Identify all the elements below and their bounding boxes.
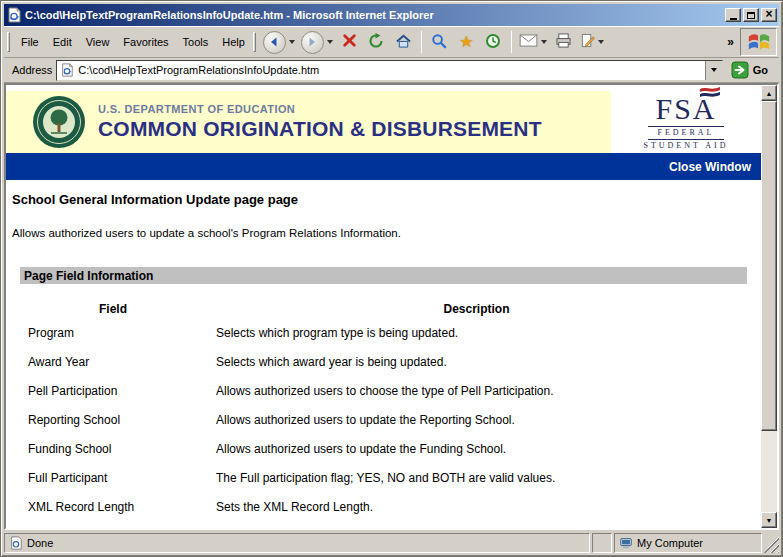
field-cell: Pell Participation bbox=[20, 376, 206, 405]
application-title: COMMON ORIGINATION & DISBURSEMENT bbox=[98, 117, 542, 141]
close-button[interactable]: × bbox=[761, 8, 777, 22]
page-title: School General Information Update page p… bbox=[12, 192, 761, 207]
back-button[interactable] bbox=[260, 29, 298, 56]
toolbar-separator bbox=[511, 31, 512, 53]
stop-button[interactable] bbox=[336, 29, 363, 56]
fsa-federal-label: FEDERAL bbox=[658, 128, 715, 137]
forward-button[interactable] bbox=[298, 29, 336, 56]
status-page-icon bbox=[9, 536, 23, 550]
page-intro: Allows authorized users to update a scho… bbox=[12, 227, 761, 239]
search-icon bbox=[431, 33, 447, 52]
menu-view[interactable]: View bbox=[79, 32, 117, 52]
address-label: Address bbox=[7, 64, 52, 76]
table-row: Reporting School Allows authorized users… bbox=[20, 405, 747, 434]
edit-button[interactable] bbox=[577, 29, 607, 56]
window-resize-grip[interactable] bbox=[764, 533, 779, 553]
description-cell: Selects which program type is being upda… bbox=[206, 318, 747, 347]
address-page-icon bbox=[60, 63, 74, 77]
address-input[interactable] bbox=[78, 61, 704, 80]
close-window-link[interactable]: Close Window bbox=[669, 160, 751, 174]
table-row: Funding School Allows authorized users t… bbox=[20, 434, 747, 463]
edit-dropdown-icon bbox=[598, 40, 604, 44]
status-spacer-panel bbox=[592, 533, 612, 553]
description-column-header: Description bbox=[206, 298, 747, 318]
help-page: U.S. DEPARTMENT OF EDUCATION COMMON ORIG… bbox=[6, 85, 761, 528]
refresh-button[interactable] bbox=[363, 29, 390, 56]
favorites-button[interactable]: ★ bbox=[453, 29, 480, 56]
description-cell: Allows authorized users to update the Re… bbox=[206, 405, 747, 434]
scroll-down-button[interactable]: ▼ bbox=[761, 512, 777, 528]
print-button[interactable] bbox=[550, 29, 577, 56]
history-button[interactable] bbox=[480, 29, 507, 56]
my-computer-icon bbox=[619, 536, 633, 550]
menu-toolbar-band: File Edit View Favorites Tools Help bbox=[4, 26, 779, 58]
field-info-table: Field Description Program Selects which … bbox=[20, 298, 747, 521]
field-cell: Funding School bbox=[20, 434, 206, 463]
window-title: C:\cod\HelpTextProgramRelationsInfoUpdat… bbox=[25, 9, 722, 21]
menu-edit[interactable]: Edit bbox=[46, 32, 79, 52]
description-cell: Allows authorized users to update the Fu… bbox=[206, 434, 747, 463]
browser-window: C:\cod\HelpTextProgramRelationsInfoUpdat… bbox=[0, 0, 783, 557]
minimize-icon bbox=[730, 18, 737, 20]
scroll-up-button[interactable]: ▲ bbox=[761, 85, 777, 101]
toolbar-grip[interactable] bbox=[253, 32, 256, 52]
address-bar: Address Go bbox=[4, 58, 779, 83]
mail-dropdown-icon bbox=[541, 40, 547, 44]
toolbar-overflow-chevron[interactable]: » bbox=[723, 35, 738, 49]
edit-icon bbox=[580, 33, 595, 51]
chevron-down-icon bbox=[711, 68, 717, 72]
title-bar[interactable]: C:\cod\HelpTextProgramRelationsInfoUpdat… bbox=[4, 4, 779, 26]
field-cell: XML Record Length bbox=[20, 492, 206, 521]
fsa-rule bbox=[648, 139, 724, 140]
table-row: Award Year Selects which award year is b… bbox=[20, 347, 747, 376]
forward-icon bbox=[301, 31, 324, 54]
department-of-education-seal-icon bbox=[32, 95, 86, 149]
fsa-logo: FSA FEDERAL STUDENT AID bbox=[611, 91, 761, 153]
table-row: Full Participant The Full participation … bbox=[20, 463, 747, 492]
home-icon bbox=[395, 33, 412, 51]
home-button[interactable] bbox=[390, 29, 417, 56]
table-header-row: Field Description bbox=[20, 298, 747, 318]
toolbar-separator bbox=[421, 31, 422, 53]
go-arrow-icon bbox=[731, 61, 749, 79]
ie-page-icon bbox=[6, 7, 22, 23]
security-zone-panel: My Computer bbox=[614, 533, 762, 553]
windows-logo-throbber bbox=[740, 28, 777, 56]
table-row: Pell Participation Allows authorized use… bbox=[20, 376, 747, 405]
menubar-grip[interactable] bbox=[7, 32, 10, 52]
refresh-icon bbox=[368, 33, 384, 52]
menu-favorites[interactable]: Favorites bbox=[116, 32, 175, 52]
vertical-scrollbar[interactable]: ▲ ▼ bbox=[761, 85, 777, 528]
menu-file[interactable]: File bbox=[14, 32, 46, 52]
menu-bar: File Edit View Favorites Tools Help bbox=[14, 32, 252, 52]
field-column-header: Field bbox=[20, 298, 206, 318]
back-icon bbox=[263, 31, 286, 54]
mail-button[interactable] bbox=[516, 29, 550, 56]
scrollbar-thumb[interactable] bbox=[761, 101, 777, 431]
menu-tools[interactable]: Tools bbox=[176, 32, 216, 52]
section-header: Page Field Information bbox=[20, 267, 747, 284]
fsa-flag-icon bbox=[699, 85, 723, 98]
forward-dropdown-icon bbox=[327, 40, 333, 44]
table-row: Program Selects which program type is be… bbox=[20, 318, 747, 347]
back-dropdown-icon bbox=[289, 40, 295, 44]
page-nav-bar: Close Window bbox=[6, 153, 761, 180]
print-icon bbox=[555, 33, 572, 51]
field-cell: Award Year bbox=[20, 347, 206, 376]
menu-help[interactable]: Help bbox=[215, 32, 252, 52]
go-button[interactable]: Go bbox=[727, 61, 776, 79]
address-dropdown-button[interactable] bbox=[705, 61, 722, 80]
standard-buttons-toolbar: ★ bbox=[260, 29, 607, 56]
go-label: Go bbox=[753, 64, 768, 76]
maximize-button[interactable] bbox=[743, 8, 759, 22]
description-cell: Allows authorized users to choose the ty… bbox=[206, 376, 747, 405]
zone-text: My Computer bbox=[637, 537, 703, 549]
agency-name: U.S. DEPARTMENT OF EDUCATION bbox=[98, 103, 542, 115]
search-button[interactable] bbox=[426, 29, 453, 56]
stop-icon bbox=[342, 33, 357, 51]
description-cell: Selects which award year is being update… bbox=[206, 347, 747, 376]
status-message-panel: Done bbox=[4, 533, 590, 553]
fsa-rule bbox=[648, 126, 724, 127]
minimize-button[interactable] bbox=[725, 8, 741, 22]
mail-icon bbox=[519, 34, 538, 50]
